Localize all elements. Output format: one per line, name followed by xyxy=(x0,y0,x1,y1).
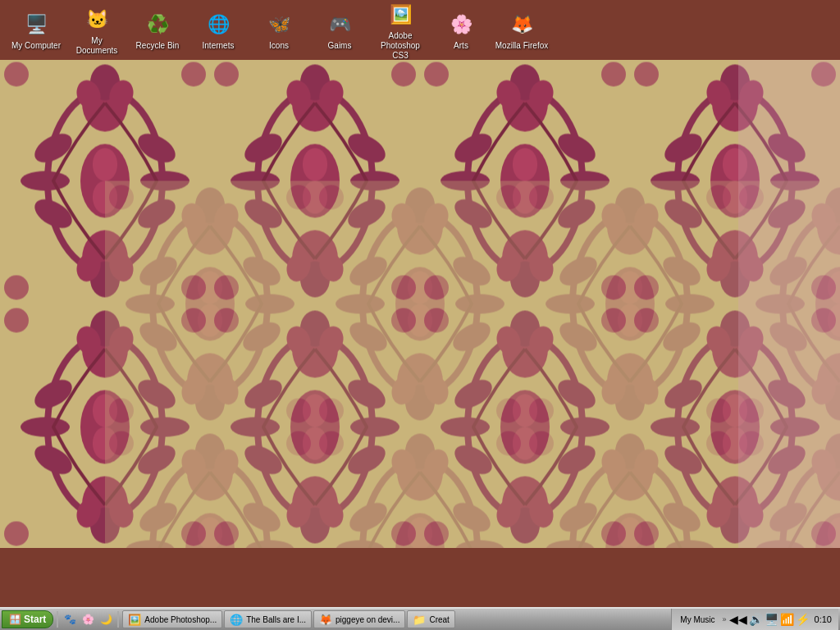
svg-rect-25 xyxy=(738,60,840,548)
internets-label: Internets xyxy=(203,41,235,51)
quick-launch-2[interactable]: 🌸 xyxy=(80,611,96,628)
photoshop-icon: 🖼️ xyxy=(386,0,415,30)
desktop-icon-bar: 🖥️ My Computer 🐱 My Documents ♻️ Recycle… xyxy=(0,0,840,60)
my-computer-label: My Computer xyxy=(11,41,61,51)
tray-icon-network[interactable]: 🔊 xyxy=(749,613,763,626)
taskbar-photoshop-btn[interactable]: 🖼️ Adobe Photoshop... xyxy=(122,610,222,628)
svg-rect-24 xyxy=(105,181,840,549)
gaims-label: Gaims xyxy=(328,41,352,51)
system-clock: 0:10 xyxy=(811,614,835,624)
tray-icon-1[interactable]: ◀◀ xyxy=(729,613,747,626)
quick-launch-1[interactable]: 🐾 xyxy=(62,611,78,628)
taskbar-creat-btn[interactable]: 📁 Creat xyxy=(407,610,454,628)
start-label: Start xyxy=(24,614,46,625)
firefox-icon: 🦊 xyxy=(507,10,536,39)
internets-icon: 🌐 xyxy=(203,10,233,39)
desktop-icon-gaims[interactable]: 🎮 Gaims xyxy=(310,6,369,55)
start-button[interactable]: 🪟 Start xyxy=(2,610,53,628)
photoshop-label: Adobe Photoshop CS3 xyxy=(373,31,427,61)
photoshop-btn-label: Adobe Photoshop... xyxy=(144,615,217,624)
gaims-icon: 🎮 xyxy=(325,10,354,39)
tray-icon-signal[interactable]: 📶 xyxy=(780,613,794,626)
desktop-icon-arts[interactable]: 🌸 Arts xyxy=(431,6,491,55)
expand-tray-btn[interactable]: » xyxy=(722,615,728,623)
desktop-icon-my-computer[interactable]: 🖥️ My Computer xyxy=(7,6,66,55)
icons-icon: 🦋 xyxy=(264,10,294,39)
desktop-icon-my-documents[interactable]: 🐱 My Documents xyxy=(67,1,126,60)
tray-icon-power[interactable]: ⚡ xyxy=(796,613,810,626)
desktop-icon-recycle-bin[interactable]: ♻️ Recycle Bin xyxy=(128,6,187,55)
taskbar: 🪟 Start 🐾 🌸 🌙 🖼️ Adobe Photoshop... 🌐 Th… xyxy=(0,607,840,630)
my-computer-icon: 🖥️ xyxy=(21,10,51,39)
creat-btn-label: Creat xyxy=(429,615,449,624)
my-documents-label: My Documents xyxy=(70,36,124,56)
balls-icon: 🌐 xyxy=(230,614,243,626)
start-icon: 🪟 xyxy=(9,614,21,625)
my-documents-icon: 🐱 xyxy=(82,5,112,34)
taskbar-divider-1 xyxy=(57,611,58,628)
tray-icon-display[interactable]: 🖥️ xyxy=(765,613,778,626)
taskbar-divider-2 xyxy=(117,611,119,628)
piggeye-icon: 🦊 xyxy=(319,614,332,626)
taskbar-balls-btn[interactable]: 🌐 The Balls are I... xyxy=(224,610,312,628)
desktop-icon-icons[interactable]: 🦋 Icons xyxy=(249,6,308,55)
balls-btn-label: The Balls are I... xyxy=(246,615,306,624)
desktop-icon-internets[interactable]: 🌐 Internets xyxy=(189,6,248,55)
arts-icon: 🌸 xyxy=(446,10,476,39)
taskbar-piggeye-btn[interactable]: 🦊 piggeye on devi... xyxy=(313,610,405,628)
arts-label: Arts xyxy=(454,41,468,51)
desktop-icon-firefox[interactable]: 🦊 Mozilla Firefox xyxy=(492,6,551,55)
music-label[interactable]: My Music xyxy=(675,614,719,626)
quick-launch-3[interactable]: 🌙 xyxy=(98,611,114,628)
desktop-icon-photoshop[interactable]: 🖼️ Adobe Photoshop CS3 xyxy=(371,0,430,65)
recycle-bin-label: Recycle Bin xyxy=(136,41,180,51)
icons-label: Icons xyxy=(269,41,289,51)
system-tray: My Music » ◀◀ 🔊 🖥️ 📶 ⚡ 0:10 xyxy=(671,609,838,630)
wallpaper xyxy=(0,60,840,548)
firefox-label: Mozilla Firefox xyxy=(495,41,548,51)
piggeye-btn-label: piggeye on devi... xyxy=(336,615,399,624)
recycle-bin-icon: ♻️ xyxy=(143,10,172,39)
creat-icon: 📁 xyxy=(413,614,426,626)
photoshop-icon: 🖼️ xyxy=(128,614,141,626)
